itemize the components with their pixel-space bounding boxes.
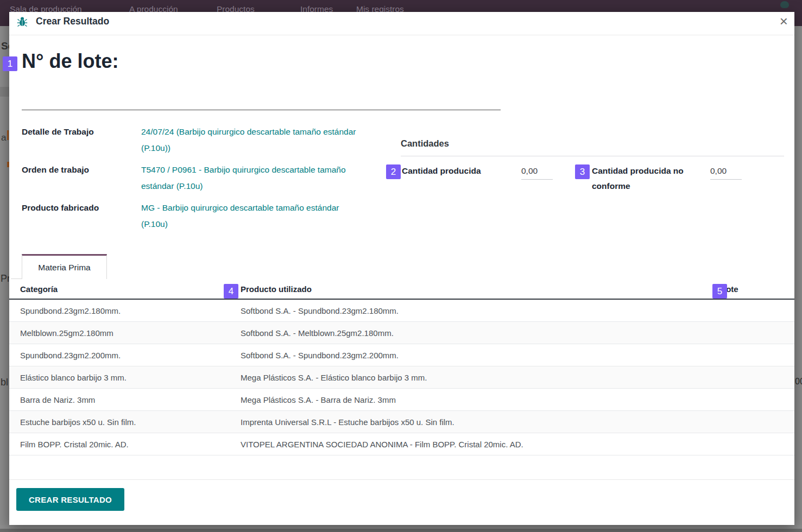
- cell-categoria: Spundbond.23gm2.180mm.: [9, 306, 241, 315]
- footer-divider: [9, 479, 794, 480]
- producto-fabricado-value[interactable]: MG - Barbijo quirurgico descartable tama…: [141, 200, 365, 232]
- mark-badge-1: 1: [3, 56, 17, 71]
- cell-categoria: Meltblown.25gm2.180mm: [9, 328, 241, 338]
- cell-categoria: Elástico blanco barbijo 3 mm.: [9, 373, 241, 382]
- cell-categoria: Spundbond.23gm2.200mm.: [9, 351, 241, 360]
- cantidad-no-conforme-label: Cantidad producida no conforme: [592, 163, 700, 194]
- cell-producto: VITOPEL ARGENTINA SOCIEDAD ANONIMA - Fil…: [241, 440, 721, 449]
- cell-producto: Softbond S.A. - Meltblown.25gm2.180mm.: [241, 328, 721, 338]
- detalle-de-trabajo-value[interactable]: 24/07/24 (Barbijo quirurgico descartable…: [141, 124, 365, 156]
- modal-header: Crear Resultado ×: [9, 12, 794, 35]
- cell-categoria: Estuche barbijos x50 u. Sin film.: [9, 417, 241, 427]
- table-header-row: Categoría Producto utilizado Lote: [9, 279, 794, 300]
- close-icon[interactable]: ×: [780, 10, 788, 32]
- background-fragment-orange: [7, 130, 9, 140]
- cell-producto: Imprenta Universal S.R.L - Estuche barbi…: [241, 417, 721, 427]
- detalle-de-trabajo-label: Detalle de Trabajo: [22, 124, 136, 140]
- modal-title: Crear Resultado: [36, 16, 109, 27]
- lot-number-input[interactable]: [22, 110, 501, 111]
- table-row[interactable]: Elástico blanco barbijo 3 mm. Mega Plást…: [9, 366, 794, 389]
- table-row[interactable]: Meltblown.25gm2.180mm Softbond S.A. - Me…: [9, 322, 794, 344]
- tab-materia-prima[interactable]: Materia Prima: [22, 254, 107, 279]
- producto-fabricado-label: Producto fabricado: [22, 200, 136, 216]
- table-row[interactable]: Estuche barbijos x50 u. Sin film. Impren…: [9, 411, 794, 433]
- mark-badge-5: 5: [712, 284, 727, 299]
- orden-de-trabajo-label: Orden de trabajo: [22, 162, 136, 178]
- cell-producto: Mega Plásticos S.A. - Elástico blanco ba…: [241, 373, 721, 382]
- background-band: [0, 87, 9, 97]
- cantidad-producida-input[interactable]: 0,00: [521, 163, 553, 180]
- background-fragment: 00: [795, 377, 802, 387]
- cell-producto: Softbond S.A. - Spundbond.23gm2.200mm.: [241, 351, 721, 360]
- table-row[interactable]: Barra de Nariz. 3mm Mega Plásticos S.A. …: [9, 389, 794, 411]
- table-row[interactable]: Spundbond.23gm2.200mm. Softbond S.A. - S…: [9, 344, 794, 366]
- cantidades-heading: Cantidades: [401, 138, 449, 149]
- orden-de-trabajo-value[interactable]: T5470 / P0961 - Barbijo quirurgico desca…: [141, 162, 365, 194]
- bug-icon: [17, 16, 28, 27]
- cantidad-no-conforme-input[interactable]: 0,00: [710, 163, 742, 180]
- background-fragment: a: [1, 132, 6, 143]
- cell-categoria: Film BOPP. Cristal 20mic. AD.: [9, 440, 241, 449]
- column-lote[interactable]: Lote: [721, 284, 794, 294]
- background-fragment: Se: [1, 40, 9, 52]
- cell-categoria: Barra de Nariz. 3mm: [9, 395, 241, 404]
- background-fragment: Pr: [1, 273, 9, 284]
- cell-producto: Softbond S.A. - Spundbond.23gm2.180mm.: [241, 306, 721, 315]
- mark-badge-2: 2: [386, 164, 401, 179]
- cantidad-producida-label: Cantidad producida: [402, 163, 500, 179]
- mark-badge-3: 3: [575, 164, 590, 179]
- create-result-modal: Crear Resultado × N° de lote: Detalle de…: [9, 12, 794, 525]
- mark-badge-4: 4: [224, 284, 238, 299]
- column-categoria[interactable]: Categoría: [9, 284, 241, 294]
- cantidades-divider: [401, 156, 784, 156]
- lot-number-heading: N° de lote:: [22, 50, 118, 73]
- systray-icon: [780, 1, 789, 8]
- cell-producto: Mega Plásticos S.A. - Barra de Nariz. 3m…: [241, 395, 721, 404]
- background-right-strip: 00: [794, 26, 802, 525]
- table-row[interactable]: Film BOPP. Cristal 20mic. AD. VITOPEL AR…: [9, 433, 794, 455]
- background-bottom-bar: [0, 529, 802, 532]
- screen: Sala de producción A producción Producto…: [0, 0, 802, 532]
- background-left-strip: Se a Pr bl: [0, 26, 9, 525]
- column-producto-utilizado[interactable]: Producto utilizado: [241, 284, 721, 294]
- background-fragment: bl: [1, 377, 8, 388]
- background-bottom-strip: [0, 525, 802, 532]
- table-row[interactable]: Spundbond.23gm2.180mm. Softbond S.A. - S…: [9, 300, 794, 322]
- crear-resultado-button[interactable]: CREAR RESULTADO: [16, 488, 124, 511]
- materia-prima-table: Categoría Producto utilizado Lote Spundb…: [9, 279, 794, 455]
